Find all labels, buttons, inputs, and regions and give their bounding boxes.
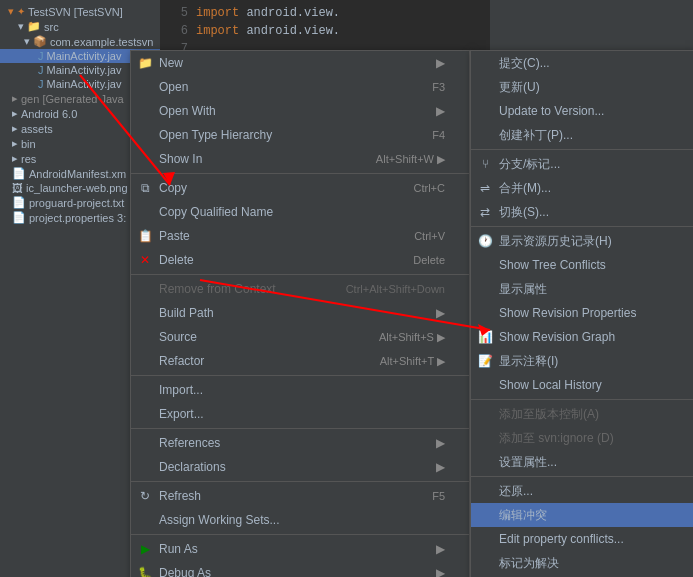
- code-text: import android.view.: [196, 4, 340, 22]
- new-icon: 📁: [137, 55, 153, 71]
- submenu-item-revert[interactable]: 还原...: [471, 479, 693, 503]
- merge-icon: ⇌: [477, 180, 493, 196]
- separator: [471, 476, 693, 477]
- graph-icon: 📊: [477, 329, 493, 345]
- menu-item-open[interactable]: Open F3: [131, 75, 469, 99]
- submenu-item-add-to-ignore: 添加至 svn:ignore (D): [471, 426, 693, 450]
- menu-item-open-with[interactable]: Open With ▶: [131, 99, 469, 123]
- history-icon: 🕐: [477, 233, 493, 249]
- menu-item-build-path[interactable]: Build Path ▶: [131, 301, 469, 325]
- separator: [131, 428, 469, 429]
- menu-item-delete[interactable]: ✕ Delete Delete: [131, 248, 469, 272]
- separator: [131, 481, 469, 482]
- code-line: 5 import android.view.: [168, 4, 482, 22]
- paste-icon: 📋: [137, 228, 153, 244]
- separator: [471, 226, 693, 227]
- submenu-item-branch-tag[interactable]: ⑂ 分支/标记...: [471, 152, 693, 176]
- submenu-item-show-local-history[interactable]: Show Local History: [471, 373, 693, 397]
- code-text: import android.view.: [196, 22, 340, 40]
- line-number: 6: [168, 22, 188, 40]
- copy-icon: ⧉: [137, 180, 153, 196]
- separator: [131, 534, 469, 535]
- submenu-item-show-properties[interactable]: 显示属性: [471, 277, 693, 301]
- menu-item-copy-qualified-name[interactable]: Copy Qualified Name: [131, 200, 469, 224]
- tree-item[interactable]: ▾ 📦 com.example.testsvn: [0, 34, 160, 49]
- separator: [471, 399, 693, 400]
- delete-icon: ✕: [137, 252, 153, 268]
- line-number: 5: [168, 4, 188, 22]
- debug-icon: 🐛: [137, 565, 153, 577]
- submenu-item-add-to-version: 添加至版本控制(A): [471, 402, 693, 426]
- refresh-icon: ↻: [137, 488, 153, 504]
- submenu-item-update-to-version[interactable]: Update to Version...: [471, 99, 693, 123]
- menu-item-run-as[interactable]: ▶ Run As ▶: [131, 537, 469, 561]
- submenu-item-show-history[interactable]: 🕐 显示资源历史记录(H): [471, 229, 693, 253]
- context-menu: 📁 New ▶ Open F3 Open With ▶ Open Type Hi…: [130, 50, 470, 577]
- tree-item[interactable]: ▾ 📁 src: [0, 19, 160, 34]
- menu-item-source[interactable]: Source Alt+Shift+S ▶: [131, 325, 469, 349]
- menu-item-show-in[interactable]: Show In Alt+Shift+W ▶: [131, 147, 469, 171]
- tree-item[interactable]: ▾ ✦ TestSVN [TestSVN]: [0, 4, 160, 19]
- submenu-item-show-revision-graph[interactable]: 📊 Show Revision Graph: [471, 325, 693, 349]
- submenu-item-update[interactable]: 更新(U): [471, 75, 693, 99]
- submenu-item-show-annotations[interactable]: 📝 显示注释(I): [471, 349, 693, 373]
- submenu-item-mark-resolved[interactable]: 标记为解决: [471, 551, 693, 575]
- run-icon: ▶: [137, 541, 153, 557]
- separator: [471, 149, 693, 150]
- submenu-item-show-revision-properties[interactable]: Show Revision Properties: [471, 301, 693, 325]
- submenu-item-edit-conflicts[interactable]: 编辑冲突: [471, 503, 693, 527]
- menu-item-paste[interactable]: 📋 Paste Ctrl+V: [131, 224, 469, 248]
- separator: [131, 274, 469, 275]
- menu-item-debug-as[interactable]: 🐛 Debug As ▶: [131, 561, 469, 577]
- menu-item-import[interactable]: Import...: [131, 378, 469, 402]
- menu-item-remove-from-context: Remove from Context Ctrl+Alt+Shift+Down: [131, 277, 469, 301]
- submenu-item-show-tree-conflicts[interactable]: Show Tree Conflicts: [471, 253, 693, 277]
- submenu-item-edit-property-conflicts[interactable]: Edit property conflicts...: [471, 527, 693, 551]
- menu-item-open-type-hierarchy[interactable]: Open Type Hierarchy F4: [131, 123, 469, 147]
- separator: [131, 173, 469, 174]
- menu-item-copy[interactable]: ⧉ Copy Ctrl+C: [131, 176, 469, 200]
- submenu-item-switch[interactable]: ⇄ 切换(S)...: [471, 200, 693, 224]
- menu-item-assign-working-sets[interactable]: Assign Working Sets...: [131, 508, 469, 532]
- team-submenu: 提交(C)... 更新(U) Update to Version... 创建补丁…: [470, 50, 693, 577]
- switch-icon: ⇄: [477, 204, 493, 220]
- menu-item-export[interactable]: Export...: [131, 402, 469, 426]
- code-line: 6 import android.view.: [168, 22, 482, 40]
- separator: [131, 375, 469, 376]
- submenu-item-merge[interactable]: ⇌ 合并(M)...: [471, 176, 693, 200]
- menu-item-refactor[interactable]: Refactor Alt+Shift+T ▶: [131, 349, 469, 373]
- submenu-item-set-property[interactable]: 设置属性...: [471, 450, 693, 474]
- menu-item-declarations[interactable]: Declarations ▶: [131, 455, 469, 479]
- menu-item-new[interactable]: 📁 New ▶: [131, 51, 469, 75]
- branch-icon: ⑂: [477, 156, 493, 172]
- menu-item-references[interactable]: References ▶: [131, 431, 469, 455]
- submenu-item-commit[interactable]: 提交(C)...: [471, 51, 693, 75]
- submenu-item-create-patch[interactable]: 创建补丁(P)...: [471, 123, 693, 147]
- annotation-icon: 📝: [477, 353, 493, 369]
- menu-item-refresh[interactable]: ↻ Refresh F5: [131, 484, 469, 508]
